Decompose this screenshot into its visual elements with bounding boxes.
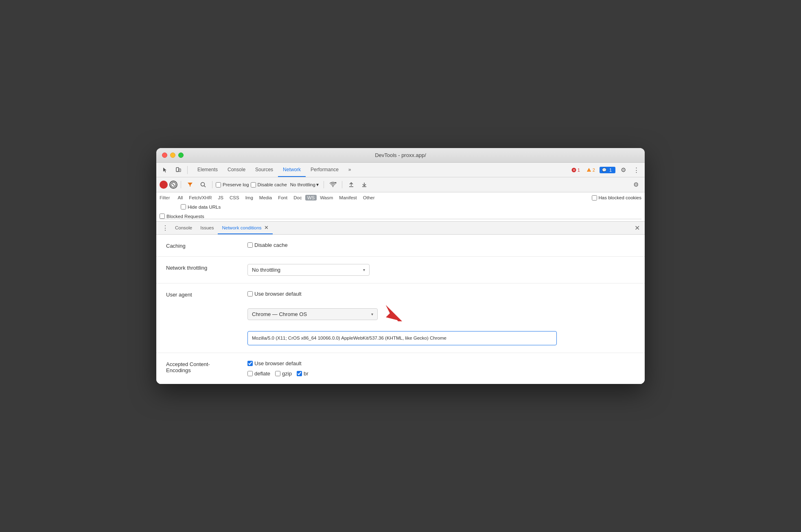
br-label[interactable]: br [297, 371, 309, 377]
close-button[interactable] [162, 153, 167, 158]
svg-text:✕: ✕ [572, 168, 575, 172]
deflate-label[interactable]: deflate [247, 371, 270, 377]
encodings-row: Accepted Content- Encodings Use browser … [156, 353, 645, 384]
throttle-select[interactable]: No throttling ▾ [289, 181, 320, 188]
toolbar-sep-3 [324, 181, 324, 188]
filter-other[interactable]: Other [360, 194, 378, 201]
ua-select-row: Chrome — Chrome OS ▾ [247, 301, 635, 327]
toolbar-sep-4 [342, 181, 342, 188]
gzip-checkbox[interactable] [275, 371, 280, 376]
tab-elements[interactable]: Elements [193, 163, 223, 177]
bottom-tab-network-conditions[interactable]: Network conditions ✕ [218, 222, 272, 234]
tab-more[interactable]: » [344, 163, 356, 177]
warning-badge[interactable]: ! 2 [584, 167, 597, 173]
filter-media[interactable]: Media [256, 194, 275, 201]
caching-disable-cache-label[interactable]: Disable cache [247, 242, 635, 248]
filter-fetch[interactable]: Fetch/XHR [186, 194, 214, 201]
encodings-use-browser-default-checkbox[interactable] [247, 361, 253, 366]
encodings-use-browser-default-label[interactable]: Use browser default [247, 360, 635, 366]
filter-wasm[interactable]: Wasm [317, 194, 336, 201]
use-browser-default-checkbox[interactable] [247, 291, 253, 297]
device-toolbar-btn[interactable] [173, 164, 184, 176]
filter-bar: Filter All Fetch/XHR JS CSS Img Media Fo… [156, 192, 645, 222]
svg-line-10 [172, 183, 175, 186]
preserve-log-checkbox[interactable] [216, 182, 221, 188]
svg-marker-18 [386, 305, 402, 321]
cursor-icon-btn[interactable] [160, 164, 171, 176]
filter-manifest[interactable]: Manifest [336, 194, 359, 201]
disable-cache-label[interactable]: Disable cache [251, 182, 287, 188]
filter-img[interactable]: Img [243, 194, 256, 201]
clear-btn[interactable] [169, 181, 177, 189]
tab-performance[interactable]: Performance [306, 163, 344, 177]
red-arrow-container [382, 301, 406, 327]
tab-sources[interactable]: Sources [250, 163, 278, 177]
filter-all[interactable]: All [175, 194, 186, 201]
toolbar-divider [187, 166, 188, 174]
throttling-dropdown-arrow: ▾ [363, 268, 365, 272]
network-settings-btn[interactable]: ⚙ [630, 179, 641, 190]
caching-disable-cache-checkbox[interactable] [247, 242, 253, 248]
throttling-label: Network throttling [166, 264, 231, 271]
has-blocked-cookies-checkbox[interactable] [592, 195, 597, 201]
main-tabs: Elements Console Sources Network Perform… [193, 163, 569, 177]
info-badge[interactable]: 💬 1 [600, 167, 615, 173]
filter-label: Filter [160, 195, 170, 200]
encodings-content: Use browser default deflate gzip [247, 360, 635, 377]
blocked-requests-checkbox[interactable] [160, 214, 165, 219]
has-blocked-cookies-label[interactable]: Has blocked cookies [592, 195, 641, 201]
top-tab-bar: Elements Console Sources Network Perform… [156, 163, 645, 177]
svg-point-2 [177, 171, 178, 172]
toolbar-sep-2 [212, 181, 212, 188]
filter-doc[interactable]: Doc [291, 194, 304, 201]
br-checkbox[interactable] [297, 371, 302, 376]
blocked-requests-bar: Blocked Requests [160, 213, 641, 219]
window-title: DevTools - proxx.app/ [375, 152, 426, 158]
network-toolbar: Preserve log Disable cache No throttling… [156, 177, 645, 192]
gzip-label[interactable]: gzip [275, 371, 292, 377]
settings-btn[interactable]: ⚙ [618, 165, 628, 175]
wifi-icon-btn[interactable] [327, 179, 339, 190]
blocked-requests-label[interactable]: Blocked Requests [160, 214, 204, 219]
user-agent-dropdown[interactable]: Chrome — Chrome OS ▾ [247, 308, 378, 320]
hide-data-urls-checkbox[interactable] [181, 204, 186, 209]
upload-icon-btn[interactable] [346, 179, 357, 190]
error-badge[interactable]: ✕ 1 [569, 167, 582, 173]
svg-text:💬: 💬 [602, 168, 606, 172]
filter-icon-btn[interactable] [184, 179, 196, 190]
search-icon-btn[interactable] [197, 179, 209, 190]
filter-ws[interactable]: WS [305, 195, 317, 201]
svg-text:!: ! [589, 168, 589, 172]
throttling-content: No throttling ▾ [247, 264, 635, 276]
svg-point-11 [201, 183, 205, 186]
deflate-checkbox[interactable] [247, 371, 253, 376]
ua-string-box[interactable]: Mozilla/5.0 (X11; CrOS x86_64 10066.0.0)… [247, 331, 557, 345]
minimize-button[interactable] [170, 153, 175, 158]
bottom-tab-issues[interactable]: Issues [196, 222, 218, 234]
tab-console[interactable]: Console [223, 163, 250, 177]
filter-js[interactable]: JS [215, 194, 226, 201]
filter-types: All Fetch/XHR JS CSS Img Media Font Doc … [175, 194, 378, 201]
filter-right: Has blocked cookies [592, 195, 641, 201]
user-agent-content: Use browser default Chrome — Chrome OS ▾ [247, 291, 635, 345]
svg-rect-1 [179, 169, 181, 172]
network-conditions-close[interactable]: ✕ [264, 225, 269, 231]
use-browser-default-label[interactable]: Use browser default [247, 291, 635, 297]
hide-data-urls-label[interactable]: Hide data URLs [181, 204, 221, 209]
caching-content: Disable cache [247, 242, 635, 248]
encodings-label: Accepted Content- Encodings [166, 360, 231, 373]
tab-network[interactable]: Network [278, 163, 306, 177]
more-btn[interactable]: ⋮ [631, 165, 641, 175]
bottom-tab-console[interactable]: Console [171, 222, 196, 234]
filter-font[interactable]: Font [275, 194, 290, 201]
throttling-dropdown[interactable]: No throttling ▾ [247, 264, 370, 276]
svg-point-13 [333, 186, 333, 187]
preserve-log-label[interactable]: Preserve log [216, 182, 249, 188]
filter-css[interactable]: CSS [227, 194, 242, 201]
disable-cache-checkbox[interactable] [251, 182, 256, 188]
download-icon-btn[interactable] [359, 179, 370, 190]
bottom-panel-more-btn[interactable]: ⋮ [160, 224, 171, 232]
close-panel-btn[interactable]: ✕ [633, 224, 641, 232]
record-btn[interactable] [160, 181, 168, 189]
maximize-button[interactable] [178, 153, 184, 158]
